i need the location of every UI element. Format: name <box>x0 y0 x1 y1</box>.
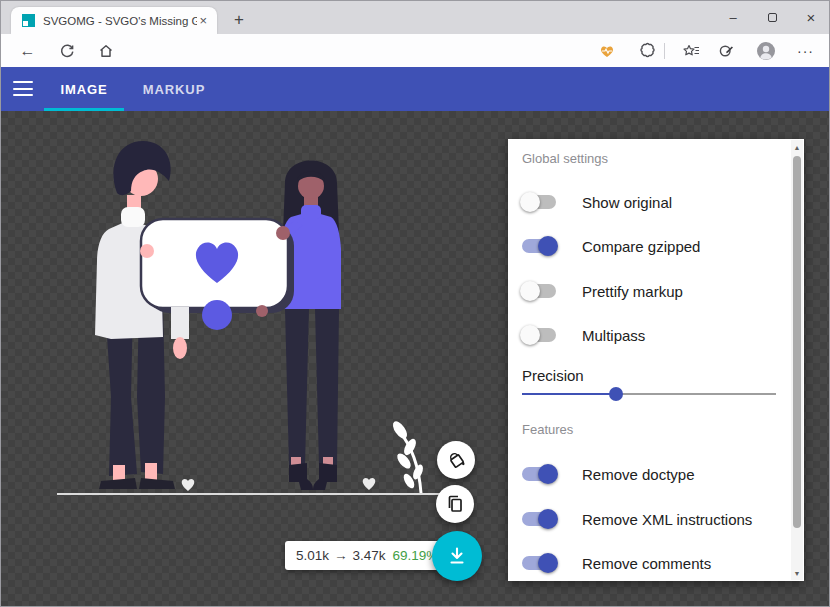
browser-essentials-icon <box>598 43 616 59</box>
precision-slider[interactable] <box>522 393 776 395</box>
precision-slider-thumb[interactable] <box>609 387 623 401</box>
download-button[interactable] <box>432 531 482 581</box>
favorites-list-icon <box>683 43 700 59</box>
panel-scrollbar[interactable]: ▲ ▼ <box>791 140 803 580</box>
browser-titlebar: SVGOMG - SVGO's Missing GUI × + – × <box>1 1 830 34</box>
toggle-switch[interactable] <box>522 467 556 481</box>
profile-avatar[interactable] <box>752 37 779 64</box>
browser-toolbar: ← https://jakearchibald.github.io/svgomg… <box>1 34 830 67</box>
toggle-row-compare-gzipped[interactable]: Compare gzipped <box>522 235 700 257</box>
web-capture-button[interactable] <box>713 37 740 64</box>
svgomg-favicon-icon <box>22 14 35 27</box>
settings-panel: Global settings Show original Compare gz… <box>508 139 804 581</box>
background-color-button[interactable] <box>437 441 475 479</box>
toggle-label: Remove XML instructions <box>582 511 752 528</box>
back-icon: ← <box>20 42 36 60</box>
toggle-label: Show original <box>582 194 672 211</box>
avatar-icon <box>756 41 776 61</box>
home-icon <box>98 43 114 59</box>
back-button[interactable]: ← <box>14 37 41 64</box>
original-size: 5.01k <box>296 548 329 563</box>
toggle-switch[interactable] <box>522 195 556 209</box>
refresh-button[interactable] <box>53 37 80 64</box>
toggle-row-remove-xml-instructions[interactable]: Remove XML instructions <box>522 508 752 530</box>
toggle-row-show-original[interactable]: Show original <box>522 191 672 213</box>
window-minimize-button[interactable]: – <box>716 3 750 31</box>
precision-label: Precision <box>522 367 584 384</box>
web-capture-icon <box>718 42 735 59</box>
toggle-switch[interactable] <box>522 556 556 570</box>
toggle-switch[interactable] <box>522 284 556 298</box>
download-icon <box>446 545 468 567</box>
features-title: Features <box>522 422 573 437</box>
window-maximize-button[interactable] <box>755 3 789 31</box>
toggle-switch[interactable] <box>522 328 556 342</box>
tab-image[interactable]: IMAGE <box>39 67 129 111</box>
settings-menu-button[interactable]: ··· <box>792 37 819 64</box>
window-close-button[interactable]: × <box>794 3 828 31</box>
new-tab-button[interactable]: + <box>227 8 251 32</box>
tab-close-icon[interactable]: × <box>197 14 209 27</box>
favorites-button[interactable] <box>678 37 705 64</box>
tab-markup[interactable]: MARKUP <box>129 67 219 111</box>
refresh-icon <box>59 43 75 59</box>
toggle-label: Remove comments <box>582 555 711 572</box>
copy-icon <box>444 493 466 515</box>
precision-slider-fill <box>522 393 616 395</box>
toggle-row-prettify-markup[interactable]: Prettify markup <box>522 280 683 302</box>
toolbar-divider <box>664 43 665 59</box>
toggle-label: Remove doctype <box>582 466 695 483</box>
arrow-glyph: → <box>334 548 348 563</box>
extensions-icon <box>638 42 655 59</box>
toggle-row-remove-comments[interactable]: Remove comments <box>522 552 711 574</box>
toggle-row-remove-doctype[interactable]: Remove doctype <box>522 463 695 485</box>
tab-title: SVGOMG - SVGO's Missing GUI <box>43 15 197 27</box>
global-settings-title: Global settings <box>522 151 608 166</box>
toggle-label: Multipass <box>582 327 645 344</box>
toggle-label: Prettify markup <box>582 283 683 300</box>
toggle-switch[interactable] <box>522 239 556 253</box>
svg-preview-illustration <box>51 129 471 509</box>
menu-button[interactable] <box>13 81 33 97</box>
browser-tab[interactable]: SVGOMG - SVGO's Missing GUI × <box>11 7 217 34</box>
svgomg-header: IMAGE MARKUP <box>1 67 830 111</box>
scroll-up-icon[interactable]: ▲ <box>791 141 803 153</box>
scrollbar-thumb[interactable] <box>793 156 801 528</box>
preview-area: Global settings Show original Compare gz… <box>1 111 830 607</box>
extensions-button[interactable] <box>633 37 660 64</box>
home-button[interactable] <box>92 37 119 64</box>
optimized-size: 3.47k <box>353 548 386 563</box>
browser-window: SVGOMG - SVGO's Missing GUI × + – × ← ht… <box>0 0 830 607</box>
browser-essentials-button[interactable] <box>593 37 620 64</box>
scroll-down-icon[interactable]: ▼ <box>791 567 803 579</box>
paint-bucket-icon <box>445 449 467 471</box>
copy-markup-button[interactable] <box>436 485 474 523</box>
maximize-icon <box>768 13 777 22</box>
toggle-switch[interactable] <box>522 512 556 526</box>
toggle-label: Compare gzipped <box>582 238 700 255</box>
toggle-row-multipass[interactable]: Multipass <box>522 324 645 346</box>
